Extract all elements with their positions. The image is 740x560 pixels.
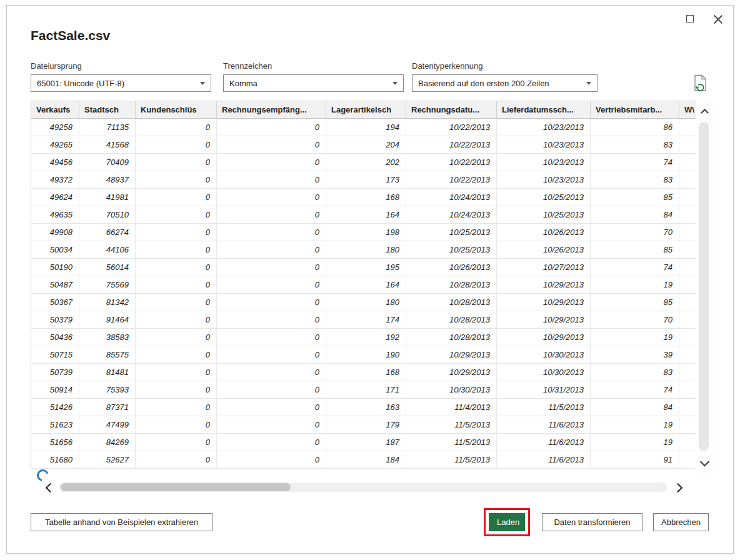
table-cell [679,416,696,434]
table-cell: 0 [217,346,326,364]
refresh-preview-button[interactable] [693,74,708,92]
table-cell: 49372 [31,171,79,189]
table-cell [679,434,696,451]
table-cell: 0 [217,171,326,189]
table-cell: 0 [217,259,326,276]
vertical-scroll-thumb[interactable] [699,122,709,451]
table-cell: 0 [136,241,217,259]
table-cell: 83 [591,364,679,381]
table-cell: 0 [136,416,217,434]
horizontal-scrollbar[interactable] [59,482,667,492]
table-cell: 85 [591,294,679,311]
table-row: 51680526270018411/5/201311/6/201391 [31,451,696,469]
scroll-up-button[interactable] [696,103,713,118]
table-cell: 70 [591,311,679,329]
file-origin-select[interactable]: 65001: Unicode (UTF-8) [31,74,211,92]
chevron-down-icon [392,82,398,85]
table-cell: 10/24/2013 [406,206,497,224]
scroll-right-button[interactable] [669,479,686,496]
table-cell: 11/5/2013 [406,416,497,434]
table-cell: 0 [136,224,217,241]
table-cell: 10/29/2013 [497,276,591,294]
table-cell: 0 [136,259,217,276]
table-cell: 10/26/2013 [497,224,591,241]
table-cell: 11/6/2013 [497,416,591,434]
table-cell: 70510 [79,206,136,224]
table-cell: 56014 [79,259,136,276]
table-cell: 51623 [31,416,79,434]
transform-data-button[interactable]: Daten transformieren [542,513,642,531]
maximize-button[interactable] [684,13,696,24]
table-cell: 50436 [31,329,79,346]
delimiter-select[interactable]: Komma [223,74,404,92]
table-cell: 10/28/2013 [406,276,497,294]
table-row: 50379914640017410/28/201310/29/201370 [31,311,696,329]
table-cell: 0 [217,294,326,311]
table-cell: 50914 [31,381,79,399]
table-cell: 10/22/2013 [406,136,497,154]
table-cell: 0 [136,136,217,154]
table-cell: 10/23/2013 [497,154,591,171]
column-header: Lagerartikelsch [326,101,406,119]
table-cell: 70 [591,224,679,241]
type-detection-setting: Datentyperkennung Basierend auf den erst… [412,61,598,92]
window-controls [684,13,723,24]
table-cell: 74 [591,154,679,171]
table-cell: 180 [326,241,406,259]
table-cell: 51680 [31,451,79,469]
table-cell: 0 [136,364,217,381]
table-cell: 0 [217,206,326,224]
load-button[interactable]: Laden [489,513,525,531]
table-body: 49258711350019410/22/201310/23/201386492… [31,119,696,469]
close-button[interactable] [712,13,723,24]
table-cell: 174 [326,311,406,329]
table-cell: 180 [326,294,406,311]
table-cell: 50739 [31,364,79,381]
file-origin-setting: Dateiursprung 65001: Unicode (UTF-8) [31,61,211,92]
preview-table: VerkaufsStadtschKundenschlüsRechnungsemp… [31,101,696,469]
scroll-down-button[interactable] [696,456,713,471]
table-cell: 0 [136,311,217,329]
vertical-scrollbar[interactable] [696,101,713,473]
table-cell: 204 [326,136,406,154]
table-cell: 10/25/2013 [406,224,497,241]
column-header: Rechnungsempfäng... [217,101,326,119]
table-cell: 0 [136,346,217,364]
table-cell: 0 [217,119,326,136]
table-cell [679,364,696,381]
table-cell: 168 [326,364,406,381]
table-cell: 163 [326,399,406,416]
table-cell: 39 [591,346,679,364]
table-cell [679,189,696,206]
table-cell: 179 [326,416,406,434]
table-cell: 50487 [31,276,79,294]
extract-from-examples-button[interactable]: Tabelle anhand von Beispielen extrahiere… [31,513,212,531]
table-cell: 81481 [79,364,136,381]
cancel-button[interactable]: Abbrechen [653,513,709,531]
scroll-left-button[interactable] [42,479,58,496]
type-detection-select[interactable]: Basierend auf den ersten 200 Zeilen [412,74,598,92]
table-cell: 0 [136,154,217,171]
delimiter-value: Komma [229,79,258,88]
table-row: 51656842690018711/5/201311/6/201319 [31,434,696,451]
table-cell: 49258 [31,119,79,136]
chevron-down-icon [586,82,591,85]
table-cell: 91 [591,451,679,469]
table-cell [679,311,696,329]
table-cell: 10/23/2013 [497,136,591,154]
table-row: 49372489370017310/22/201310/23/201383 [31,171,696,189]
table-row: 50914753930017110/30/201310/31/201374 [31,381,696,399]
table-cell: 164 [326,276,406,294]
table-cell [679,294,696,311]
table-cell: 10/25/2013 [497,206,591,224]
table-cell: 41568 [79,136,136,154]
table-cell [679,119,696,136]
table-row: 49456704090020210/22/201310/23/201374 [31,154,696,171]
file-refresh-icon [693,74,708,92]
table-cell [679,241,696,259]
chevron-down-icon [200,82,205,85]
table-cell [679,136,696,154]
table-cell: 75393 [79,381,136,399]
horizontal-scroll-thumb[interactable] [61,483,291,491]
table-cell [679,259,696,276]
